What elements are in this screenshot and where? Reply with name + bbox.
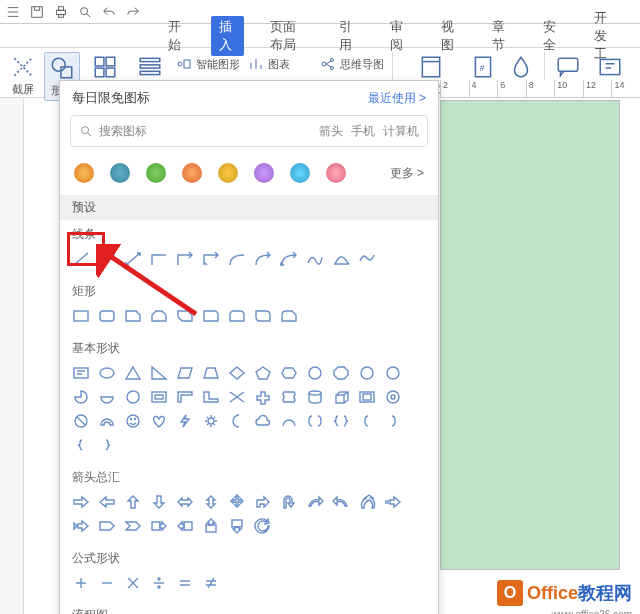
- shape-pie[interactable]: [70, 387, 92, 407]
- shape-bracket[interactable]: [304, 411, 326, 431]
- ribbon-chart[interactable]: 图表: [246, 52, 314, 76]
- ribbon-mind[interactable]: 思维导图: [318, 52, 386, 76]
- shape-plaque[interactable]: [278, 387, 300, 407]
- shape-parallelogram[interactable]: [174, 363, 196, 383]
- tab-reference[interactable]: 引用: [331, 16, 364, 56]
- shape-arrow-line[interactable]: [96, 249, 118, 269]
- shape-bevel[interactable]: [356, 387, 378, 407]
- shape-plus-sign[interactable]: [70, 573, 92, 593]
- menu-icon[interactable]: [6, 5, 20, 19]
- featured-icon[interactable]: [146, 163, 166, 183]
- ribbon-screenshot[interactable]: 截屏: [6, 52, 40, 99]
- shape-free[interactable]: [356, 249, 378, 269]
- shape-arrow-curved-u[interactable]: [356, 492, 378, 512]
- shape-arrow-r[interactable]: [70, 492, 92, 512]
- tab-security[interactable]: 安全: [535, 16, 568, 56]
- shape-arrow-quad[interactable]: [226, 492, 248, 512]
- shape-halfframe[interactable]: [174, 387, 196, 407]
- shape-scribble[interactable]: [304, 249, 326, 269]
- shape-multiply[interactable]: [122, 573, 144, 593]
- shape-elbow-double[interactable]: [200, 249, 222, 269]
- shape-can[interactable]: [304, 387, 326, 407]
- shape-arrow-callout-d[interactable]: [226, 516, 248, 536]
- suggestion[interactable]: 箭头: [319, 123, 343, 140]
- shape-heart[interactable]: [148, 411, 170, 431]
- shape-arrow-lr[interactable]: [174, 492, 196, 512]
- shape-arrow-d[interactable]: [148, 492, 170, 512]
- shape-arrow-curved-l[interactable]: [330, 492, 352, 512]
- shape-sun[interactable]: [200, 411, 222, 431]
- shape-arrow-curved-r[interactable]: [304, 492, 326, 512]
- redo-icon[interactable]: [126, 5, 140, 19]
- shape-tear[interactable]: [122, 387, 144, 407]
- preview-icon[interactable]: [78, 5, 92, 19]
- shape-rbrace[interactable]: [96, 435, 118, 455]
- shape-donut[interactable]: [382, 387, 404, 407]
- shape-cube[interactable]: [330, 387, 352, 407]
- shape-rbracket[interactable]: [382, 411, 404, 431]
- shape-divide[interactable]: [148, 573, 170, 593]
- shape-arrow-callout-r[interactable]: [148, 516, 170, 536]
- shape-elbow[interactable]: [148, 249, 170, 269]
- tab-start[interactable]: 开始: [160, 16, 193, 56]
- suggestion[interactable]: 手机: [351, 123, 375, 140]
- shape-round2d[interactable]: [252, 306, 274, 326]
- shape-arrow-u[interactable]: [122, 492, 144, 512]
- featured-icon[interactable]: [254, 163, 274, 183]
- shape-arrow-circular[interactable]: [252, 516, 274, 536]
- shape-not-equal[interactable]: [200, 573, 222, 593]
- shape-round2[interactable]: [226, 306, 248, 326]
- shape-arrow-pentagon[interactable]: [96, 516, 118, 536]
- shape-textbox[interactable]: [70, 363, 92, 383]
- shape-line[interactable]: [70, 249, 92, 269]
- shape-smiley[interactable]: [122, 411, 144, 431]
- shape-arrow-notched[interactable]: [70, 516, 92, 536]
- tab-layout[interactable]: 页面布局: [262, 16, 312, 56]
- shape-lshape[interactable]: [200, 387, 222, 407]
- shape-heptagon[interactable]: [304, 363, 326, 383]
- shape-diamond[interactable]: [226, 363, 248, 383]
- shape-snip1[interactable]: [122, 306, 144, 326]
- shape-lbracket[interactable]: [356, 411, 378, 431]
- shape-round-rect[interactable]: [96, 306, 118, 326]
- featured-icon[interactable]: [74, 163, 94, 183]
- shape-arc[interactable]: [278, 411, 300, 431]
- recent-link[interactable]: 最近使用 >: [368, 90, 426, 107]
- shape-diag[interactable]: [226, 387, 248, 407]
- shape-triangle[interactable]: [122, 363, 144, 383]
- shape-rect[interactable]: [70, 306, 92, 326]
- shape-arrow-l[interactable]: [96, 492, 118, 512]
- shape-curve-arrow[interactable]: [252, 249, 274, 269]
- shape-moon[interactable]: [226, 411, 248, 431]
- shape-double-arrow[interactable]: [122, 249, 144, 269]
- shape-hexagon[interactable]: [278, 363, 300, 383]
- shape-decagon[interactable]: [356, 363, 378, 383]
- shape-elbow-arrow[interactable]: [174, 249, 196, 269]
- shape-arrow-ud[interactable]: [200, 492, 222, 512]
- shape-arrow-callout-l[interactable]: [174, 516, 196, 536]
- shape-trapezoid[interactable]: [200, 363, 222, 383]
- shape-arrow-callout-u[interactable]: [200, 516, 222, 536]
- shape-arrow-bent[interactable]: [252, 492, 274, 512]
- shape-lbrace[interactable]: [70, 435, 92, 455]
- shape-minus[interactable]: [96, 573, 118, 593]
- print-icon[interactable]: [54, 5, 68, 19]
- suggestion[interactable]: 计算机: [383, 123, 419, 140]
- shape-frame[interactable]: [148, 387, 170, 407]
- shape-snipround[interactable]: [278, 306, 300, 326]
- shape-snip2[interactable]: [148, 306, 170, 326]
- shape-brace[interactable]: [330, 411, 352, 431]
- undo-icon[interactable]: [102, 5, 116, 19]
- shape-lightning[interactable]: [174, 411, 196, 431]
- shape-dodecagon[interactable]: [382, 363, 404, 383]
- featured-icon[interactable]: [218, 163, 238, 183]
- shape-curve-double[interactable]: [278, 249, 300, 269]
- tab-review[interactable]: 审阅: [382, 16, 415, 56]
- shape-curve[interactable]: [226, 249, 248, 269]
- shape-octagon[interactable]: [330, 363, 352, 383]
- ribbon-smart[interactable]: 智能图形: [174, 52, 242, 76]
- shape-rtriangle[interactable]: [148, 363, 170, 383]
- shape-chord[interactable]: [96, 387, 118, 407]
- shape-pentagon[interactable]: [252, 363, 274, 383]
- shape-arrow-striped[interactable]: [382, 492, 404, 512]
